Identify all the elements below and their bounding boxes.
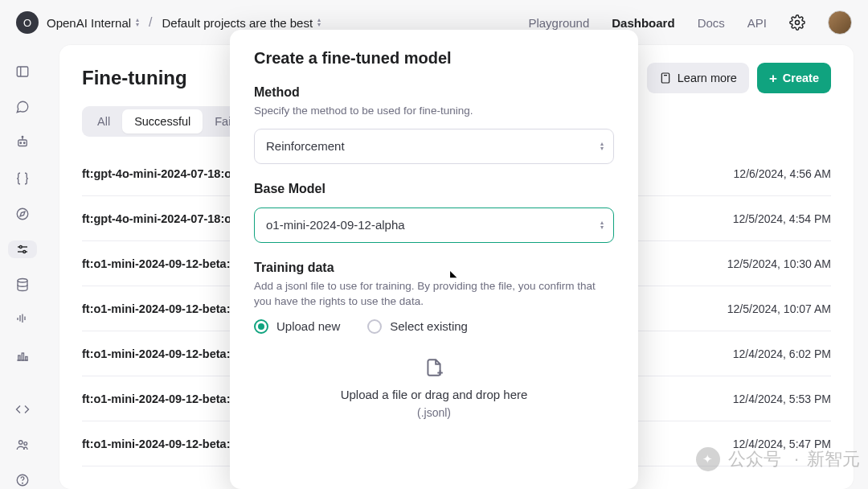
file-add-icon (424, 357, 444, 378)
chevron-updown-icon: ▴▾ (600, 142, 604, 151)
base-model-value: o1-mini-2024-09-12-alpha (266, 218, 405, 232)
upload-dropzone[interactable]: Upload a file or drag and drop here (.js… (254, 350, 614, 431)
radio-select-existing[interactable]: Select existing (367, 319, 468, 334)
method-label: Method (254, 85, 614, 100)
create-fine-tune-modal: Create a fine-tuned model Method Specify… (230, 30, 638, 489)
radio-icon (367, 319, 382, 334)
method-value: Reinforcement (266, 139, 345, 153)
method-select[interactable]: Reinforcement ▴▾ (254, 129, 614, 164)
dropzone-text: Upload a file or drag and drop here (263, 388, 605, 401)
training-source-radio: Upload new Select existing (254, 319, 614, 334)
radio-upload-new[interactable]: Upload new (254, 319, 340, 334)
radio-upload-new-label: Upload new (276, 319, 340, 333)
dropzone-subtext: (.jsonl) (263, 406, 605, 419)
training-desc: Add a jsonl file to use for training. By… (254, 278, 614, 310)
chevron-updown-icon: ▴▾ (600, 220, 604, 230)
training-label: Training data (254, 261, 614, 275)
base-model-select[interactable]: o1-mini-2024-09-12-alpha ▴▾ (254, 208, 614, 243)
base-model-label: Base Model (254, 182, 614, 196)
modal-title: Create a fine-tuned model (254, 49, 614, 68)
method-desc: Specify the method to be used for fine-t… (254, 103, 614, 119)
radio-select-existing-label: Select existing (390, 319, 468, 333)
radio-icon (254, 319, 268, 334)
